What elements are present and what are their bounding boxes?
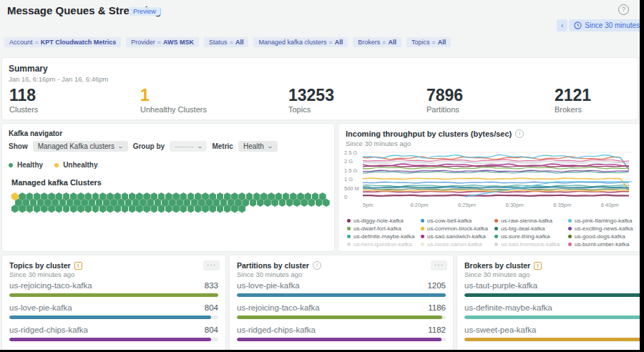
chart-legend-item[interactable]: us-sure-thing-kafka [494,233,567,240]
summary-stat: 7896Partitions [426,87,463,114]
help-icon[interactable]: ? [618,4,629,15]
bar-name: us-rejoicing-taco-kafka [9,281,92,290]
svg-text:6:40pm: 6:40pm [601,202,619,208]
stat-value: 1 [140,87,207,104]
series-name: us-definite-maybe-kafka [353,233,414,240]
svg-text:6:25pm: 6:25pm [458,202,476,208]
warning-icon[interactable]: ! [74,262,82,270]
kafka-navigator-panel: Kafka navigator Show Managed Kafka clust… [1,123,335,252]
filter-bar: Account=KPT Cloudwatch MetricsProvider=A… [4,37,451,47]
series-name: us-raw-sienna-kafka [501,217,552,224]
filter-operator: = [157,39,161,46]
bar-track [464,338,644,341]
chart-legend-item[interactable]: us-dwarf-fort-kafka [347,225,419,233]
filter-value: All [389,39,397,46]
bar-row-head: us-ridged-chips-kafka804 [9,326,218,334]
series-name: us-good-dogs-kafka [575,233,625,240]
throughput-subtitle: Since 30 minutes ago [346,140,411,147]
metric-label: Metric [212,142,233,150]
bar-panel-partitions-by-cluster: Partitions by clusteriSince 30 minutes a… [229,255,454,352]
series-name: us-exciting-news-kafka [575,225,633,232]
series-line-us-sure-thing-kafka [363,172,629,173]
stat-label: Clusters [9,105,38,114]
bar-name: us-taut-purple-kafka [464,281,537,290]
chart-legend-item[interactable]: us-sad-sandwich-kafka [421,233,493,240]
series-dot-icon [347,227,351,230]
metric-dropdown[interactable]: Health ⌄ [238,141,278,152]
stat-label: Unhealthy Clusters [140,105,207,114]
chart-legend-item[interactable]: us-sad-trombone-kafka [494,240,567,248]
series-dot-icon [568,235,572,238]
info-icon[interactable]: i [313,261,321,270]
series-dot-icon [494,243,498,246]
filter-pill-topics[interactable]: Topics=All [406,37,451,47]
svg-text:1.5 G: 1.5 G [344,167,358,174]
bar-name: us-love-pie-kafka [237,281,300,290]
group-by-dropdown[interactable]: -------- ⌄ [170,141,207,152]
filter-pill-provider[interactable]: Provider=AWS MSK [126,37,199,47]
summary-stat: 118Clusters [9,87,38,114]
series-dot-icon [568,227,572,230]
bar-track [237,293,446,297]
chart-legend-item[interactable]: us-big-deal-kafka [494,225,567,233]
chart-legend-item[interactable]: us-diggy-hole-kafka [347,217,419,225]
series-dot-icon [421,227,424,230]
time-back-chevron-icon[interactable]: ‹ [557,19,567,31]
bar-rows: us-love-pie-kafka1205us-rejoicing-taco-k… [237,281,446,348]
chart-legend-item[interactable]: us-pink-flamingo-kafka [568,217,640,225]
filter-value: KPT Cloudwatch Metrics [41,39,117,46]
chart-legend-item[interactable]: us-burnt-umber-kafka [568,240,640,248]
bar-name: us-sweet-pea-kafka [464,326,536,334]
throughput-title-text: Incoming throughput by clusters (bytes/s… [346,129,512,138]
chart-legend-item[interactable]: us-common-block-kafka [421,225,493,233]
panel-menu-button[interactable]: ··· [203,260,220,270]
bar-row: us-love-pie-kafka804 [9,303,218,319]
bar-fill [464,338,644,341]
chart-legend-item[interactable]: us-loose-canon-kafka [421,240,493,248]
warning-icon[interactable]: ! [534,262,542,270]
bar-row: us-love-pie-kafka1205 [237,281,446,297]
group-by-dropdown-value: -------- [175,142,194,150]
bar-value: 1182 [428,326,446,334]
bar-panel-subtitle: Since 30 minutes ago [237,270,302,278]
time-picker[interactable]: ‹ Since 30 minutes ago [557,19,644,31]
bar-track [9,293,218,297]
bar-value: 1205 [427,281,446,290]
stat-label: Brokers [555,105,591,114]
series-line-us-common-block-kafka [363,178,629,190]
chart-legend-item[interactable]: us-exciting-news-kafka [568,225,640,233]
chart-legend-item[interactable]: us-cow-bell-kafka [421,217,493,225]
stat-value: 118 [9,87,38,104]
bar-row-head: us-love-pie-kafka804 [9,303,218,312]
chevron-down-icon: ⌄ [266,143,273,150]
bar-fill [237,293,446,297]
info-icon[interactable]: i [515,129,524,138]
panel-menu-button[interactable]: ··· [431,260,447,270]
show-dropdown-value: Managed Kafka clusters [38,142,114,150]
filter-pill-managed-kafka-clusters[interactable]: Managed kafka clusters=All [253,37,348,47]
svg-text:1 G: 1 G [344,176,353,182]
show-label: Show [9,142,28,150]
chart-legend-item[interactable]: us-definite-maybe-kafka [347,233,419,240]
chart-legend-item[interactable]: us-good-dogs-kafka [568,233,640,240]
series-dot-icon [494,219,498,223]
filter-value: AWS MSK [163,39,194,46]
bar-name: us-definite-maybe-kafka [464,303,552,312]
time-range-button[interactable]: Since 30 minutes ago [569,19,644,31]
stat-label: Topics [288,105,334,114]
filter-pill-status[interactable]: Status=All [204,37,248,47]
filter-pill-account[interactable]: Account=KPT Cloudwatch Metrics [4,37,121,47]
bar-panel-title: Topics by cluster! [9,261,82,270]
show-dropdown[interactable]: Managed Kafka clusters ⌄ [33,141,128,152]
legend-item-healthy: Healthy [9,161,43,169]
bar-track [9,338,218,341]
bar-fill [237,338,441,341]
bar-value: 1186 [428,303,446,312]
bar-panel-brokers-by-cluster: Brokers by cluster!Since 30 minutes ago·… [457,255,644,352]
throughput-legend: us-diggy-hole-kafkaus-dwarf-fort-kafkaus… [347,217,640,248]
navigator-controls: Show Managed Kafka clusters ⌄ Group by -… [9,141,278,152]
bar-name: us-love-pie-kafka [9,303,72,312]
chart-legend-item[interactable]: us-raw-sienna-kafka [494,217,567,225]
filter-pill-brokers[interactable]: Brokers=All [353,37,401,47]
chart-legend-item[interactable]: us-hero-question-kafka [347,240,419,248]
